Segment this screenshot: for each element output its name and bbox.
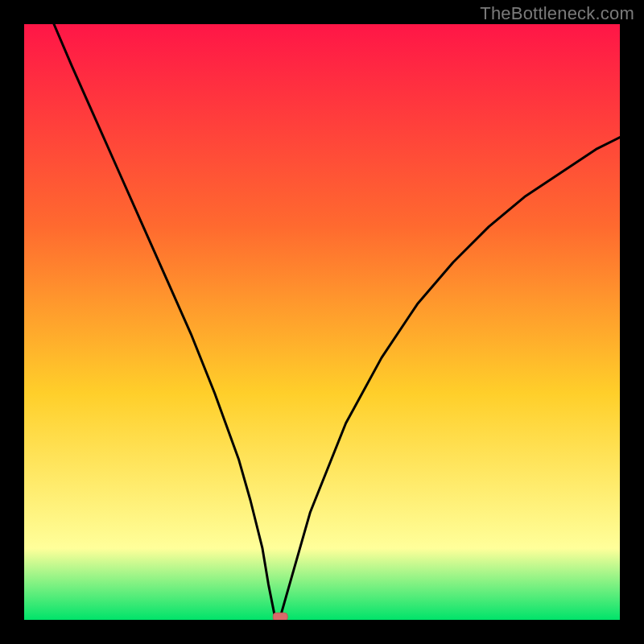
bottleneck-chart [24,24,620,620]
watermark-text: TheBottleneck.com [480,3,634,24]
gradient-background [24,24,620,620]
plot-area [24,24,620,620]
chart-frame: TheBottleneck.com [0,0,644,644]
minimum-marker [273,613,287,620]
